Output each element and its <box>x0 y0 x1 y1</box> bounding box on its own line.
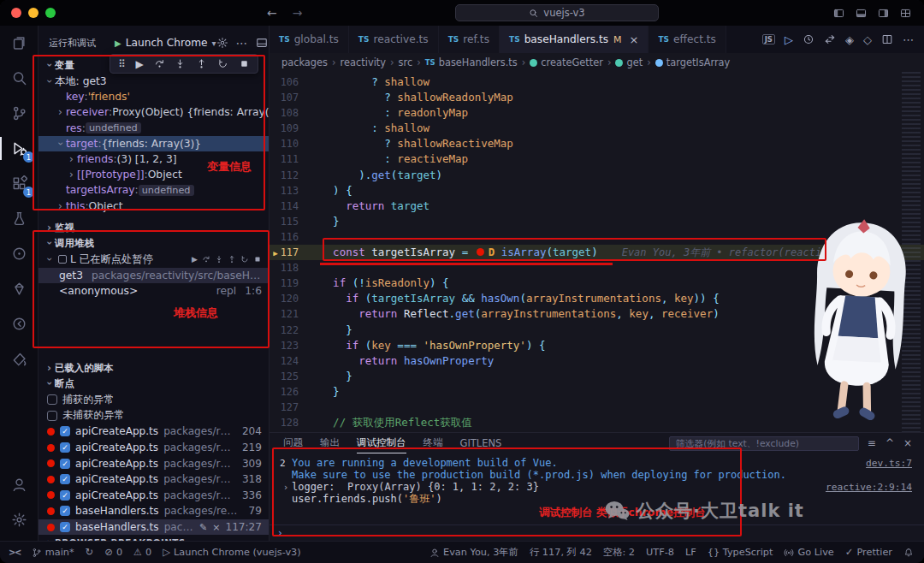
status-problems[interactable]: ⊘0 <box>104 547 122 558</box>
checkbox-checked-icon[interactable] <box>60 442 70 453</box>
stack-frame[interactable]: <anonymous>repl1:6 <box>38 283 269 299</box>
console-row[interactable]: Make sure to use the production build (*… <box>280 470 924 482</box>
history-icon[interactable] <box>803 33 814 45</box>
checkbox-checked-icon[interactable] <box>60 490 70 501</box>
panel-icon[interactable] <box>256 37 268 49</box>
code-line[interactable]: ▶117 const targetIsArray = D isArray(tar… <box>270 245 924 260</box>
checkbox-checked-icon[interactable] <box>60 506 70 516</box>
restart-icon[interactable] <box>240 255 249 264</box>
console-row[interactable]: 2You are running a development build of … <box>280 458 924 470</box>
panel-tab-debug-console[interactable]: 调试控制台 <box>357 433 406 453</box>
code-line[interactable]: 116 <box>270 229 924 245</box>
editor-tab-global.ts[interactable]: TSglobal.ts <box>270 26 349 53</box>
status-indentation[interactable]: 空格: 2 <box>603 546 635 559</box>
status-go-live[interactable]: Go Live <box>784 547 833 558</box>
code-line[interactable]: 110 ? shallowReactiveMap <box>270 136 924 151</box>
activity-item-back-circle[interactable] <box>0 306 38 341</box>
activity-item-testing[interactable] <box>0 201 38 236</box>
close-icon[interactable]: × <box>903 438 912 448</box>
activity-item-account[interactable] <box>0 467 38 502</box>
breakpoint-row[interactable]: baseHandlers.tspackage…✎×117:27 <box>38 519 269 536</box>
step-into-icon[interactable] <box>175 58 186 69</box>
variable-row[interactable]: ›target: {friends: Array(3)} <box>38 136 269 151</box>
status-language[interactable]: {} TypeScript <box>708 547 773 558</box>
code-line[interactable]: 114 return target <box>270 199 924 214</box>
code-line[interactable]: 123 if (key === 'hasOwnProperty') { <box>270 338 924 353</box>
checkbox-checked-icon[interactable] <box>60 459 70 469</box>
breadcrumb-item[interactable]: TSbaseHandlers.ts <box>425 56 518 68</box>
status-prettier[interactable]: ✓Prettier <box>845 547 892 558</box>
breakpoint-row[interactable]: apiCreateApp.tspackages/runtime-…204 <box>38 424 269 440</box>
activity-item-run-debug[interactable]: 1 <box>0 131 38 166</box>
activity-item-paint-bucket[interactable] <box>0 341 38 376</box>
console-filter-input[interactable] <box>669 436 859 451</box>
start-debugging-icon[interactable]: ▶ <box>115 39 121 48</box>
back-icon[interactable]: ← <box>267 6 277 20</box>
code-line[interactable]: 121 return Reflect.get(arrayInstrumentat… <box>270 306 924 322</box>
layout-panel-icon[interactable] <box>855 8 868 19</box>
code-line[interactable]: 118 <box>270 260 924 276</box>
variable-row[interactable]: ›key: 'friends' <box>38 89 269 104</box>
code-line[interactable]: 108 : readonlyMap <box>270 105 924 121</box>
minimize-window-icon[interactable] <box>28 8 38 18</box>
code-line[interactable]: 106 ? shallow <box>270 74 924 90</box>
variable-row[interactable]: ›targetIsArray: undefined <box>38 182 269 198</box>
close-icon[interactable]: × <box>212 523 220 532</box>
code-line[interactable]: 124 return hasOwnProperty <box>270 353 924 369</box>
checkbox-unchecked-icon[interactable] <box>47 411 57 421</box>
code-editor[interactable]: 106 ? shallow107 ? shallowReadonlyMap108… <box>270 72 924 432</box>
step-over-icon[interactable] <box>202 255 210 264</box>
activity-item-files[interactable] <box>0 26 38 61</box>
split-editor-icon[interactable] <box>881 33 893 45</box>
step-out-icon[interactable] <box>228 255 236 264</box>
debug-session-row[interactable]: › L 已在断点处暂停 ▶ <box>38 252 269 268</box>
checkbox-unchecked-icon[interactable] <box>47 394 57 405</box>
debug-launch-config[interactable]: ▶ Launch Chrome ▾ <box>115 37 216 49</box>
breakpoint-row[interactable]: apiCreateApp.tspackages/runtime-…336 <box>38 488 269 504</box>
close-icon[interactable]: × <box>630 33 639 46</box>
editor-tab-baseHandlers.ts[interactable]: TSbaseHandlers.tsM× <box>500 26 649 53</box>
code-line[interactable]: 107 ? shallowReadonlyMap <box>270 90 924 105</box>
breadcrumb-item[interactable]: createGetter <box>530 56 603 68</box>
stop-icon[interactable] <box>253 255 262 264</box>
code-line[interactable]: 128 // 获取使用Reflect获取值 <box>270 415 924 430</box>
panel-tab-gitlens[interactable]: GITLENS <box>460 433 502 453</box>
checkbox-checked-icon[interactable] <box>60 426 70 436</box>
code-line[interactable]: 120 if (targetIsArray && hasOwn(arrayIns… <box>270 291 924 306</box>
breadcrumb-item[interactable]: targetIsArray <box>655 56 731 68</box>
status-encoding[interactable]: UTF-8 <box>646 547 674 558</box>
continue-icon[interactable]: ▶ <box>136 59 144 69</box>
breakpoint-row[interactable]: apiCreateApp.tspackages/runtime-…309 <box>38 455 269 471</box>
call-stack-section-header[interactable]: › 调用堆栈 <box>38 234 269 252</box>
debug-console[interactable]: 2You are running a development build of … <box>270 453 924 524</box>
step-out-icon[interactable] <box>196 58 207 69</box>
status-sync[interactable]: ↻ <box>86 548 94 558</box>
code-line[interactable]: 127 <box>270 400 924 415</box>
breakpoints-section-header[interactable]: › 断点 <box>38 375 269 392</box>
layout-sidebar-right-icon[interactable] <box>877 8 890 19</box>
collapse-icon[interactable]: ^ <box>886 438 894 448</box>
expand-icon[interactable]: › <box>280 482 292 494</box>
breadcrumb-item[interactable]: reactivity <box>341 56 386 68</box>
maximize-window-icon[interactable] <box>45 8 56 18</box>
panel-tab-output[interactable]: 输出 <box>320 433 340 453</box>
grip-icon[interactable]: ⠿ <box>118 59 126 69</box>
debug-console-input[interactable]: › <box>270 524 924 541</box>
code-line[interactable]: 111 : reactiveMap <box>270 151 924 167</box>
minimap[interactable] <box>898 72 924 432</box>
code-line[interactable]: 113 ) { <box>270 183 924 199</box>
layout-grid-icon[interactable] <box>899 8 912 19</box>
forward-icon[interactable]: → <box>293 6 303 20</box>
console-row[interactable]: user.friends.push('鲁班') <box>280 494 924 506</box>
breadcrumb-item[interactable]: packages <box>281 56 328 68</box>
more-icon[interactable]: ⋯ <box>903 34 914 45</box>
panel-tab-terminal[interactable]: 终端 <box>424 433 443 453</box>
variable-row[interactable]: ›[[Prototype]]: Object <box>38 167 269 182</box>
activity-item-live-server[interactable] <box>0 236 38 271</box>
variable-row[interactable]: ›receiver: Proxy(Object) {friends: Array… <box>38 104 269 120</box>
status-debug-launch[interactable]: ▷Launch Chrome (vuejs-v3) <box>163 547 301 558</box>
run-icon[interactable]: ▷ <box>785 34 793 45</box>
code-line[interactable]: 115 } <box>270 214 924 229</box>
exception-option[interactable]: 捕获的异常 <box>38 392 269 408</box>
activity-item-extensions[interactable]: 1 <box>0 166 38 201</box>
